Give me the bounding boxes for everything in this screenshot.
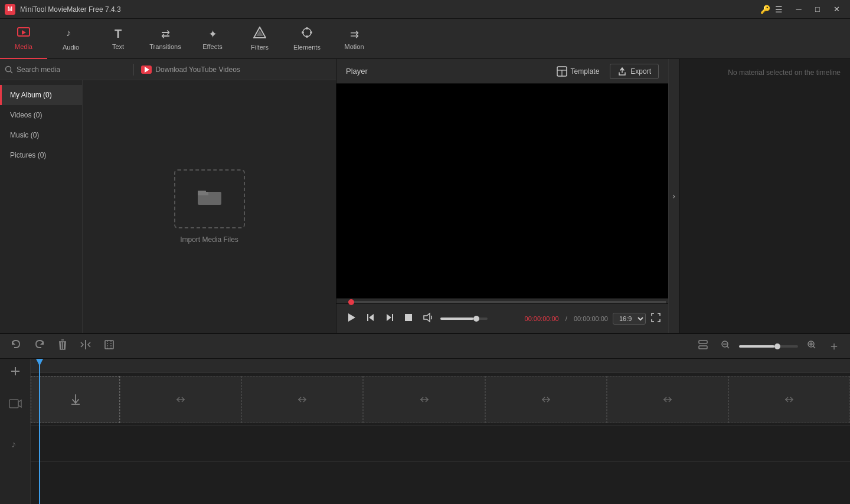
no-material-message: No material selected on the timeline	[679, 59, 850, 86]
tl-playhead[interactable]	[39, 359, 40, 504]
app-title: MiniTool MovieMaker Free 7.4.3	[20, 5, 760, 14]
tab-filters[interactable]: Filters	[236, 19, 283, 59]
svg-rect-21	[392, 314, 393, 321]
timeline-content: ♪	[0, 359, 850, 504]
tab-audio[interactable]: ♪ Audio	[47, 19, 94, 59]
tab-effects[interactable]: ✦ Effects	[189, 19, 236, 59]
sidebar-item-music[interactable]: Music (0)	[0, 125, 82, 145]
audio-icon: ♪	[65, 27, 77, 41]
time-current: 00:00:00:00	[525, 315, 559, 322]
tl-add-media-button[interactable]	[0, 359, 30, 384]
timeline-toolbar: ＋	[0, 334, 850, 359]
close-button[interactable]: ✕	[828, 3, 845, 16]
crop-button[interactable]	[100, 337, 118, 355]
tl-clip-transition-5[interactable]	[607, 376, 728, 423]
tab-motion[interactable]: ⇉ Motion	[331, 19, 378, 59]
toolbar: Media ♪ Audio T Text ⇄ Transitions ✦ Eff…	[0, 19, 850, 59]
delete-button[interactable]	[54, 337, 71, 355]
tl-tracks	[31, 359, 850, 504]
aspect-ratio-select[interactable]: 16:9 9:16 4:3 1:1	[613, 313, 646, 325]
filters-icon	[253, 27, 266, 41]
svg-rect-31	[699, 346, 707, 349]
tl-audio-track-icon[interactable]: ♪	[0, 424, 30, 464]
time-separator: /	[564, 315, 569, 322]
tl-add-button[interactable]: ＋	[825, 336, 843, 356]
svg-text:♪: ♪	[66, 28, 71, 38]
key-icon-button[interactable]: 🔑	[760, 5, 770, 14]
sidebar-item-videos[interactable]: Videos (0)	[0, 105, 82, 125]
tl-clip-main[interactable]	[31, 376, 120, 423]
split-button[interactable]	[77, 337, 94, 355]
undo-button[interactable]	[7, 337, 25, 355]
svg-rect-13	[198, 191, 206, 194]
svg-rect-41	[9, 400, 18, 408]
fullscreen-button[interactable]	[650, 312, 661, 325]
tl-clip-transition-2[interactable]	[241, 376, 363, 423]
tl-clip-transition-6[interactable]	[728, 376, 850, 423]
tab-filters-label: Filters	[251, 44, 269, 51]
sidebar-item-my-album[interactable]: My Album (0)	[0, 85, 82, 105]
svg-line-36	[813, 346, 816, 349]
text-icon: T	[115, 27, 122, 41]
sidebar: My Album (0) Videos (0) Music (0) Pictur…	[0, 80, 83, 333]
minimize-button[interactable]: ─	[790, 3, 808, 16]
properties-toggle[interactable]: ›	[668, 59, 679, 333]
time-total: 00:00:00:00	[574, 315, 608, 322]
export-icon	[617, 67, 627, 76]
volume-button[interactable]	[420, 311, 436, 326]
export-label: Export	[630, 67, 651, 76]
progress-bar[interactable]	[348, 301, 666, 303]
tab-transitions[interactable]: ⇄ Transitions	[142, 19, 189, 59]
search-divider	[133, 64, 134, 76]
motion-icon: ⇉	[350, 28, 359, 41]
tab-elements-label: Elements	[293, 44, 321, 51]
volume-slider[interactable]	[440, 318, 488, 320]
skip-back-button[interactable]	[364, 312, 378, 326]
progress-dot	[348, 299, 354, 305]
player-area: Player Template	[336, 59, 850, 333]
menu-icon-button[interactable]: ☰	[775, 5, 783, 14]
stop-button[interactable]	[401, 312, 416, 326]
zoom-out-button[interactable]	[718, 338, 733, 354]
tab-elements[interactable]: Elements	[283, 19, 331, 59]
tab-transitions-label: Transitions	[149, 43, 181, 50]
svg-marker-18	[369, 314, 374, 321]
audio-track	[31, 426, 850, 462]
player-header: Player Template	[336, 59, 668, 84]
search-section[interactable]: Search media	[5, 66, 131, 74]
chevron-right-icon: ›	[672, 191, 675, 201]
tab-text[interactable]: T Text	[94, 19, 142, 59]
youtube-label: Download YouTube Videos	[155, 66, 240, 74]
svg-point-9	[6, 66, 11, 71]
export-button[interactable]: Export	[610, 64, 659, 79]
template-icon	[557, 66, 567, 77]
play-button[interactable]	[344, 311, 359, 326]
tl-clip-transition-3[interactable]	[363, 376, 485, 423]
tl-video-track-icon[interactable]	[0, 384, 30, 424]
redo-button[interactable]	[31, 337, 48, 355]
template-button[interactable]: Template	[551, 64, 606, 79]
title-icons: 🔑 ☰	[760, 5, 783, 14]
svg-line-10	[11, 71, 13, 73]
svg-line-33	[727, 346, 730, 349]
video-canvas	[336, 84, 668, 298]
player-controls: 00:00:00:00 / 00:00:00:00 16:9 9:16 4:3 …	[336, 303, 668, 333]
tl-clip-transition-4[interactable]	[485, 376, 607, 423]
maximize-button[interactable]: □	[809, 3, 826, 16]
zoom-in-button[interactable]	[804, 338, 819, 354]
skip-forward-button[interactable]	[382, 312, 397, 326]
import-box[interactable]	[174, 169, 245, 228]
zoom-slider[interactable]	[739, 345, 798, 348]
tl-layers-button[interactable]	[694, 337, 712, 355]
youtube-section[interactable]: Download YouTube Videos	[136, 66, 331, 74]
tl-clip-transition-1[interactable]	[120, 376, 241, 423]
tab-media[interactable]: Media	[0, 19, 47, 59]
download-icon	[69, 393, 82, 406]
svg-point-4	[303, 28, 311, 37]
sidebar-item-pictures[interactable]: Pictures (0)	[0, 145, 82, 165]
elements-icon	[300, 27, 313, 41]
effects-icon: ✦	[208, 28, 217, 41]
transition-icon-3	[419, 394, 430, 405]
main-area: Search media Download YouTube Videos My …	[0, 59, 850, 333]
svg-rect-27	[105, 341, 113, 349]
